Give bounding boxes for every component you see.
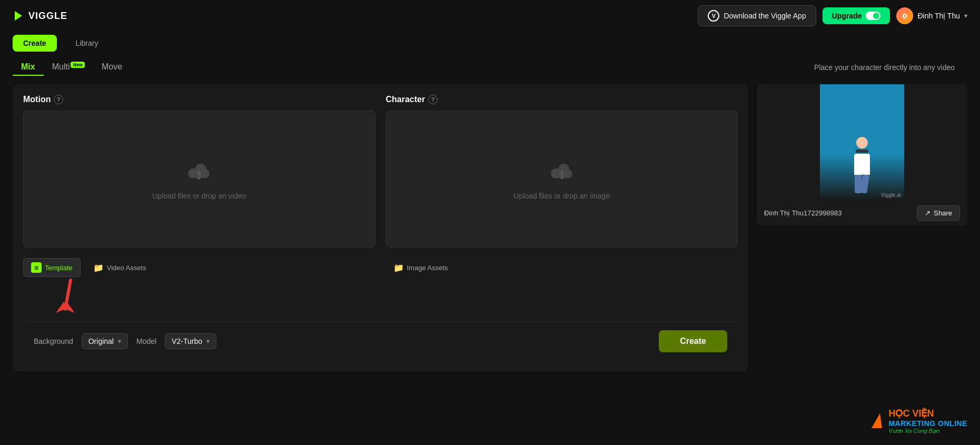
preview-center-bg: Viggle.ai	[820, 84, 904, 200]
new-badge: New	[71, 62, 85, 68]
motion-upload-box[interactable]: Upload files or drop an video	[23, 111, 375, 248]
nav-tabs: Create Library	[0, 32, 980, 55]
background-value: Original	[88, 337, 114, 345]
cloud-upload-icon	[185, 158, 213, 185]
left-panel: Motion ? Upload files or drop an video	[13, 84, 748, 371]
character-title-text: Character	[386, 95, 425, 104]
library-nav-button[interactable]: Library	[65, 35, 109, 52]
video-assets-button[interactable]: 📁 Video Assets	[86, 258, 154, 277]
svg-marker-7	[65, 301, 75, 313]
tab-move[interactable]: Move	[93, 59, 131, 76]
brand-logo: HỌC VIỆN MARKETING ONLINE Vươn Xa Cùng B…	[872, 409, 967, 434]
motion-upload-text: Upload files or drop an video	[152, 192, 246, 200]
chevron-down-icon-bg: ▾	[118, 338, 121, 345]
motion-help-icon[interactable]: ?	[54, 95, 63, 104]
brand-mid-text: MARKETING ONLINE	[888, 419, 967, 428]
figure-legs	[855, 175, 869, 193]
share-label: Share	[934, 209, 952, 217]
video-assets-label: Video Assets	[107, 264, 146, 272]
user-menu[interactable]: Đ Đinh Thị Thu ▾	[896, 7, 967, 24]
main-layout: Motion ? Upload files or drop an video	[0, 76, 980, 380]
svg-marker-6	[56, 301, 65, 313]
mode-description: Place your character directly into any v…	[814, 63, 955, 72]
upgrade-label: Upgrade	[832, 12, 862, 20]
brand-text: HỌC VIỆN MARKETING ONLINE Vươn Xa Cùng B…	[888, 409, 967, 434]
background-dropdown[interactable]: Original ▾	[82, 333, 128, 349]
logo-text: VIGGLE	[28, 11, 67, 22]
mode-tabs-row: Mix MultiNew Move Place your character d…	[0, 55, 980, 76]
cloud-upload-icon-2	[548, 158, 576, 185]
download-btn-label: Download the Viggle App	[724, 12, 806, 20]
character-help-icon[interactable]: ?	[428, 95, 438, 104]
create-main-button[interactable]: Create	[659, 330, 727, 352]
motion-assets-buttons: ⊞ Template 📁 Video Assets	[23, 258, 375, 277]
create-nav-button[interactable]: Create	[13, 35, 57, 52]
preview-footer: Đinh Thị Thu1722998983 ↗ Share	[757, 200, 967, 226]
motion-title-text: Motion	[23, 95, 51, 104]
preview-left-bg	[757, 84, 820, 200]
upload-sections: Motion ? Upload files or drop an video	[23, 95, 738, 248]
download-app-button[interactable]: V Download the Viggle App	[698, 5, 816, 26]
character-upload-text: Upload files or drop an image	[513, 192, 610, 200]
logo-area: VIGGLE	[13, 10, 67, 22]
folder-image-icon: 📁	[393, 263, 404, 273]
preview-right-bg	[904, 84, 967, 200]
watermark-text: Viggle.ai	[881, 192, 901, 198]
chevron-down-icon: ▾	[964, 12, 967, 19]
svg-marker-0	[15, 11, 22, 21]
figure-hair	[856, 150, 868, 153]
template-icon: ⊞	[31, 262, 42, 273]
tab-mix[interactable]: Mix	[13, 59, 44, 76]
model-dropdown[interactable]: V2-Turbo ▾	[165, 333, 216, 349]
tab-multi[interactable]: MultiNew	[44, 59, 93, 76]
share-button[interactable]: ↗ Share	[917, 205, 960, 221]
model-label: Model	[136, 337, 156, 345]
motion-section: Motion ? Upload files or drop an video	[23, 95, 375, 248]
upgrade-toggle-icon	[866, 12, 880, 20]
avatar: Đ	[896, 7, 913, 24]
brand-top-text: HỌC VIỆN	[888, 409, 967, 419]
character-assets-buttons: 📁 Image Assets	[386, 258, 738, 277]
folder-video-icon: 📁	[93, 263, 104, 273]
viggle-v-icon: V	[708, 10, 719, 22]
character-title: Character ?	[386, 95, 738, 104]
model-value: V2-Turbo	[172, 337, 202, 345]
image-assets-label: Image Assets	[407, 264, 448, 272]
figure-head	[856, 137, 868, 149]
preview-title: Đinh Thị Thu1722998983	[764, 209, 842, 217]
multi-label: Multi	[52, 62, 70, 71]
brand-sub-text: Vươn Xa Cùng Bạn	[888, 428, 967, 434]
bottom-bar: Background Original ▾ Model V2-Turbo ▾ C…	[23, 321, 738, 361]
user-name: Đinh Thị Thu	[917, 12, 960, 20]
red-arrow-indicator	[55, 275, 107, 317]
preview-image: Viggle.ai	[757, 84, 967, 200]
character-section: Character ? Upload files or drop an imag…	[386, 95, 738, 248]
assets-row: ⊞ Template 📁 Video Assets 📁 Image Assets	[23, 258, 738, 277]
character-figure	[846, 137, 878, 195]
share-icon: ↗	[925, 209, 930, 217]
bottom-right-branding: HỌC VIỆN MARKETING ONLINE Vươn Xa Cùng B…	[872, 409, 967, 434]
template-label: Template	[45, 264, 73, 272]
template-button[interactable]: ⊞ Template	[23, 258, 81, 277]
avatar-initial: Đ	[903, 12, 907, 20]
right-panel: Viggle.ai Đinh Thị Thu1722998983 ↗ Share	[757, 84, 967, 371]
header-right: V Download the Viggle App Upgrade Đ Đinh…	[698, 5, 967, 26]
preview-card: Viggle.ai Đinh Thị Thu1722998983 ↗ Share	[757, 84, 967, 226]
motion-title: Motion ?	[23, 95, 375, 104]
background-label: Background	[34, 337, 73, 345]
figure-torso	[854, 154, 870, 175]
chevron-down-icon-model: ▾	[206, 338, 210, 345]
viggle-logo-icon	[13, 10, 24, 22]
brand-triangle-icon	[872, 413, 882, 430]
character-upload-box[interactable]: Upload files or drop an image	[386, 111, 738, 248]
image-assets-button[interactable]: 📁 Image Assets	[386, 258, 456, 277]
header: VIGGLE V Download the Viggle App Upgrade…	[0, 0, 980, 32]
upgrade-button[interactable]: Upgrade	[823, 7, 890, 24]
